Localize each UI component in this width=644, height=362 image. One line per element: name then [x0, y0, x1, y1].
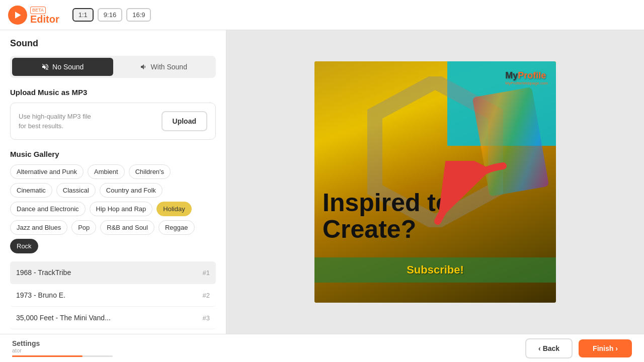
progress-bar-container — [12, 355, 113, 357]
genre-tag-pop[interactable]: Pop — [71, 220, 96, 235]
genre-tag-childrens[interactable]: Children's — [129, 164, 171, 179]
ratio-1-1-button[interactable]: 1:1 — [72, 8, 94, 22]
track-number-2: #2 — [203, 292, 210, 299]
editor-label: Editor — [30, 14, 59, 24]
upload-button[interactable]: Upload — [162, 111, 207, 131]
logo: BETA Editor — [8, 6, 59, 25]
ratio-9-16-button[interactable]: 9:16 — [98, 8, 122, 22]
finish-button[interactable]: Finish › — [579, 339, 632, 357]
logo-icon — [8, 6, 27, 25]
genre-tag-holiday[interactable]: Holiday — [156, 202, 191, 216]
genre-tag-rock[interactable]: Rock — [10, 239, 38, 253]
genre-tag-ambient[interactable]: Ambient — [88, 164, 125, 179]
ratio-16-9-button[interactable]: 16:9 — [126, 8, 151, 22]
preview-inner: MyProfile MyProfileWebpage.com Inspired … — [314, 61, 556, 303]
upload-label: Upload Music as MP3 — [10, 88, 216, 97]
genre-tag-dance[interactable]: Dance and Electronic — [10, 202, 86, 216]
canvas-area: MyProfile MyProfileWebpage.com Inspired … — [226, 30, 644, 334]
sound-section-title: Sound — [10, 38, 216, 49]
settings-label: Settings — [12, 339, 113, 347]
beta-badge: BETA — [30, 7, 46, 14]
with-sound-icon — [140, 63, 148, 71]
svg-marker-0 — [15, 12, 21, 18]
upload-description: Use high-quality MP3 file for best resul… — [19, 112, 91, 131]
track-name-3: 35,000 Feet - The Mini Vand... — [16, 314, 111, 322]
with-sound-button[interactable]: With Sound — [113, 58, 214, 76]
track-item-3[interactable]: 35,000 Feet - The Mini Vand... #3 — [10, 307, 216, 329]
genre-tag-classical[interactable]: Classical — [56, 183, 96, 198]
genre-tag-reggae[interactable]: Reggae — [158, 220, 195, 235]
bottom-labels: Settings ator — [12, 339, 113, 357]
genre-tag-jazz[interactable]: Jazz and Blues — [10, 220, 67, 235]
finish-chevron-icon: › — [615, 344, 618, 352]
sidebar-content: Sound No Sound With Sound Upload Music a… — [0, 30, 226, 334]
preview-sub-text: Subscribe! — [314, 263, 556, 277]
no-sound-icon — [41, 63, 49, 71]
track-item-1[interactable]: 1968 - TrackTribe #1 — [10, 261, 216, 284]
sidebar: Sound No Sound With Sound Upload Music a… — [0, 30, 226, 334]
play-icon — [13, 10, 23, 20]
upload-section: Use high-quality MP3 file for best resul… — [10, 103, 216, 140]
watermark-sub-text: MyProfileWebpage.com — [505, 81, 548, 85]
bottom-right: ‹ Back Finish › — [525, 338, 632, 358]
sound-toggle: No Sound With Sound — [10, 56, 216, 78]
track-name-1: 1968 - TrackTribe — [16, 268, 71, 277]
track-number-1: #1 — [203, 269, 210, 277]
progress-bar-fill — [12, 355, 83, 357]
genre-tag-rnb[interactable]: R&B and Soul — [100, 220, 154, 235]
bottom-left: Settings ator — [12, 339, 113, 357]
track-name-2: 1973 - Bruno E. — [16, 291, 65, 299]
watermark-area: MyProfile MyProfileWebpage.com — [505, 70, 548, 85]
ratio-button-group: 1:1 9:16 16:9 — [72, 8, 151, 22]
preview-main-text-area: Inspired toCreate? — [323, 190, 548, 242]
track-item-4[interactable]: 555 - Endless Love #4 — [10, 329, 216, 334]
creator-label: ator — [12, 347, 113, 353]
gallery-title: Music Gallery — [10, 150, 216, 158]
genre-tag-country[interactable]: Country and Folk — [100, 183, 163, 198]
genre-tag-alternative[interactable]: Alternative and Punk — [10, 164, 84, 179]
genre-tag-hiphop[interactable]: Hip Hop and Rap — [90, 202, 153, 216]
genre-tag-cinematic[interactable]: Cinematic — [10, 183, 52, 198]
back-button[interactable]: ‹ Back — [525, 338, 573, 358]
track-item-2[interactable]: 1973 - Bruno E. #2 — [10, 284, 216, 307]
main-layout: Sound No Sound With Sound Upload Music a… — [0, 30, 644, 334]
track-number-3: #3 — [203, 314, 210, 322]
genre-tag-list: Alternative and Punk Ambient Children's … — [10, 164, 216, 253]
preview-image: MyProfile MyProfileWebpage.com Inspired … — [314, 61, 556, 303]
app-header: BETA Editor 1:1 9:16 16:9 — [0, 0, 644, 30]
watermark-text: MyProfile — [505, 70, 548, 81]
preview-main-text: Inspired toCreate? — [323, 190, 548, 242]
logo-text: BETA Editor — [30, 6, 59, 24]
no-sound-button[interactable]: No Sound — [12, 58, 113, 76]
bottom-bar: Settings ator ‹ Back Finish › — [0, 334, 644, 362]
track-list: 1968 - TrackTribe #1 1973 - Bruno E. #2 … — [10, 261, 216, 334]
back-chevron-icon: ‹ — [538, 344, 541, 352]
